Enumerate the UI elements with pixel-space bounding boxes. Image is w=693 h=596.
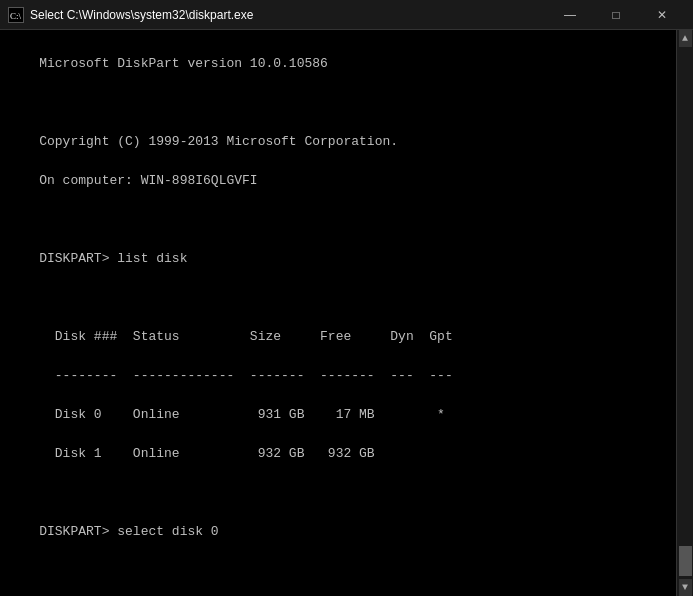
svg-text:C:\: C:\	[10, 11, 22, 21]
maximize-button[interactable]: □	[593, 0, 639, 30]
window-controls: — □ ✕	[547, 0, 685, 30]
console-line-01: Microsoft DiskPart version 10.0.10586	[39, 56, 328, 71]
console-line-13: DISKPART> select disk 0	[39, 524, 218, 539]
scroll-thumb[interactable]	[679, 546, 692, 576]
scroll-up-button[interactable]: ▲	[679, 30, 692, 47]
console-line-09: -------- ------------- ------- ------- -…	[39, 368, 452, 383]
console-line-11: Disk 1 Online 932 GB 932 GB	[39, 446, 374, 461]
cmd-icon: C:\	[8, 7, 24, 23]
console-line-06: DISKPART> list disk	[39, 251, 187, 266]
minimize-button[interactable]: —	[547, 0, 593, 30]
title-bar: C:\ Select C:\Windows\system32\diskpart.…	[0, 0, 693, 30]
console-line-03: Copyright (C) 1999-2013 Microsoft Corpor…	[39, 134, 398, 149]
window-title: Select C:\Windows\system32\diskpart.exe	[30, 8, 253, 22]
console-line-04: On computer: WIN-898I6QLGVFI	[39, 173, 257, 188]
scroll-down-button[interactable]: ▼	[679, 579, 692, 596]
console-line-10: Disk 0 Online 931 GB 17 MB *	[39, 407, 445, 422]
title-bar-left: C:\ Select C:\Windows\system32\diskpart.…	[8, 7, 253, 23]
close-button[interactable]: ✕	[639, 0, 685, 30]
scrollbar[interactable]: ▲ ▼	[676, 30, 693, 596]
console-line-08: Disk ### Status Size Free Dyn Gpt	[39, 329, 452, 344]
console-output: Microsoft DiskPart version 10.0.10586 Co…	[0, 30, 693, 596]
